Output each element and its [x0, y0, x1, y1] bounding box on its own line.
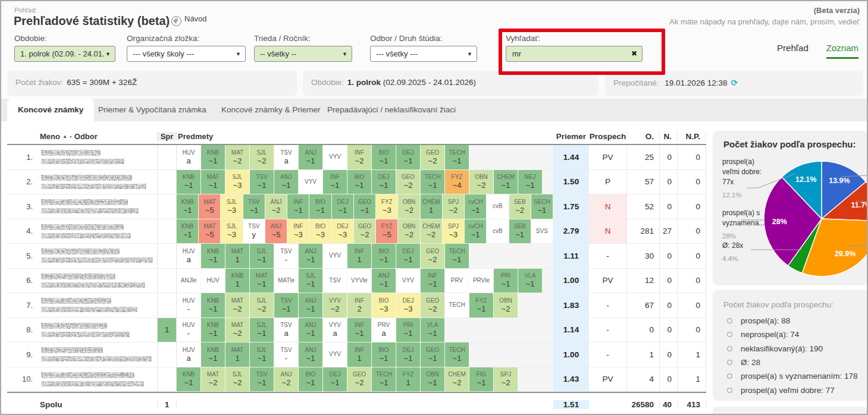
- tab-prepadavajuci[interactable]: Prepadávajúci / neklasifikovaní žiaci: [317, 99, 466, 121]
- subject-grade-pill: KNB~1: [177, 367, 200, 392]
- column-header-meno-odbor[interactable]: Meno▲· Odbor: [38, 132, 157, 141]
- subject-grade-pill: BIO~1: [347, 170, 371, 194]
- row-number: 5.: [7, 244, 38, 268]
- org-select[interactable]: --- všetky školy ---▼: [127, 46, 246, 62]
- subject-grade-pill: MAT~1: [201, 170, 225, 194]
- tab-koncove-priemer[interactable]: Koncové známky & Priemer: [211, 99, 331, 121]
- student-name-anonymized[interactable]: [38, 367, 157, 392]
- row-number: 7.: [7, 293, 38, 317]
- tab-koncove-znamky[interactable]: Koncové známky: [7, 99, 94, 121]
- filter-label-trieda: Trieda / Ročník:: [254, 34, 311, 43]
- feedback-note: Ak máte nápady na prehľady, dajte nám, p…: [669, 17, 860, 26]
- table-row: 5. HUVaKNB~1MAT1SJL~1TSV-ANJ~1VYVINF1BIO…: [7, 244, 706, 269]
- student-name-anonymized[interactable]: [38, 194, 157, 219]
- subject-grade-pill: BIO~3: [372, 293, 396, 317]
- n-cell: 0: [660, 367, 678, 392]
- subject-grade-pill: PRI~1: [396, 318, 420, 342]
- view-prehlad-link[interactable]: Prehľad: [777, 43, 809, 53]
- subject-grade-pill: TSVy: [243, 219, 265, 244]
- column-header-o[interactable]: O.: [627, 132, 660, 141]
- student-name-anonymized[interactable]: [38, 219, 157, 244]
- footer-n: 40: [660, 400, 678, 409]
- refresh-icon[interactable]: ⟳: [731, 78, 738, 87]
- subjects-cell: HUVaKNB~1MAT~2SJL~2TSVaANJ~1VYVINF~2BIO~…: [177, 145, 553, 169]
- grade-table: Meno▲· Odbor Spr Predmety Priemer Prospe…: [7, 128, 706, 415]
- n-cell: 0: [660, 342, 678, 367]
- np-cell: 0: [678, 145, 706, 169]
- student-name-anonymized[interactable]: [38, 145, 157, 169]
- np-cell: 0: [678, 293, 706, 317]
- subject-grade-pill: OBN~2: [398, 194, 419, 219]
- search-input[interactable]: [506, 46, 629, 61]
- subject-grade-pill: DEJ~1: [372, 170, 396, 194]
- subject-grade-pill: GEO~2: [421, 293, 444, 317]
- subject-grade-pill: ANJ~1: [299, 342, 322, 367]
- column-header-prospech[interactable]: Prospech: [589, 132, 627, 141]
- table-row: 6. ANJleHUVKNB1MAT~1MATleSJL~1TSVVYVleAN…: [7, 269, 706, 294]
- summary-list: prospel(a): 88neprospel(a): 74neklasifik…: [723, 314, 863, 397]
- odbor-select[interactable]: --- všetky ---▼: [370, 46, 477, 62]
- priemer-cell: 1.43: [553, 367, 589, 392]
- pie-external-label: Ø: 28x4.4%: [722, 241, 743, 264]
- subject-grade-pill: TSV~1: [274, 293, 298, 317]
- subject-grade-pill: VYV: [323, 145, 347, 169]
- column-header-priemer[interactable]: Priemer: [553, 132, 589, 141]
- column-header-np[interactable]: N.P.: [678, 132, 706, 141]
- row-number: 2.: [7, 170, 38, 194]
- subject-grade-pill: HUV-: [177, 293, 200, 317]
- subject-grade-pill: VYV: [299, 170, 322, 194]
- subject-grade-pill: OBN~1: [421, 367, 444, 392]
- subject-grade-pill: TSV-: [274, 244, 298, 268]
- select-arrow-icon: ▼: [467, 46, 472, 62]
- view-switch: PrehľadZoznam: [777, 43, 858, 59]
- bullet-icon: [727, 388, 732, 393]
- obdobie-select[interactable]: 1. polrok (02.09. - 24.01.▼: [14, 46, 115, 62]
- subject-grade-pill: ANJ~2: [274, 367, 298, 392]
- student-name-anonymized[interactable]: [38, 342, 157, 367]
- np-cell: 1: [678, 367, 706, 392]
- student-name-anonymized[interactable]: [38, 318, 157, 342]
- subject-grade-pill: BIO~1: [372, 244, 396, 268]
- subject-grade-pill: KNB1: [225, 269, 249, 293]
- summary-list-card: Počet žiakov podľa prospechu: prospel(a)…: [713, 290, 868, 401]
- row-number: 3.: [7, 194, 38, 219]
- o-cell: 281: [627, 219, 660, 244]
- subject-grade-pill: ANJle: [177, 269, 200, 293]
- subject-grade-pill: MAT~2: [225, 293, 249, 317]
- prospech-cell: P: [589, 170, 627, 194]
- subject-grade-pill: HUVa: [177, 342, 200, 367]
- view-zoznam-link-active[interactable]: Zoznam: [826, 43, 858, 59]
- o-cell: 4: [627, 367, 660, 392]
- filter-label-obdobie: Obdobie:: [14, 34, 47, 43]
- spr-cell: [157, 367, 177, 392]
- student-name-anonymized[interactable]: [38, 293, 157, 317]
- subject-grade-pill: GEO~2: [347, 367, 371, 392]
- subject-grade-pill: SECH~1: [531, 194, 553, 219]
- trieda-select[interactable]: -- všetky --▼: [254, 46, 352, 62]
- subject-grade-pill: SEB~2: [509, 194, 531, 219]
- filter-label-org: Organizačná zložka:: [127, 34, 199, 43]
- priemer-cell: 1.00: [553, 342, 589, 367]
- subject-grade-pill: SJL~3: [221, 194, 242, 219]
- subject-grade-pill: MAT1: [225, 342, 249, 367]
- np-cell: 0: [678, 269, 706, 293]
- student-name-anonymized[interactable]: [38, 170, 157, 194]
- page-title-dropdown[interactable]: Prehľadové štatistiky (beta)▾: [14, 14, 177, 28]
- clear-search-icon[interactable]: ✖: [631, 49, 637, 58]
- np-cell: 0: [678, 219, 706, 244]
- subject-grade-pill: FYZ~3: [376, 194, 397, 219]
- row-number: 6.: [7, 269, 38, 293]
- student-name-anonymized[interactable]: [38, 269, 157, 293]
- subject-grade-pill: SJL~1: [250, 342, 274, 367]
- subject-grade-pill: BIO~1: [309, 194, 331, 219]
- pie-slice-percent-label: 29.9%: [835, 250, 856, 258]
- column-header-n[interactable]: N.: [660, 132, 678, 141]
- subject-grade-pill: OBN~2: [469, 170, 493, 194]
- help-link[interactable]: ?Návod: [171, 14, 207, 26]
- select-arrow-icon: ▼: [105, 46, 111, 62]
- subject-grade-pill: SJL~3: [221, 219, 242, 244]
- column-header-spr[interactable]: Spr: [157, 132, 177, 141]
- tab-priemer-vypocitana[interactable]: Priemer & Vypočítaná známka: [87, 99, 217, 121]
- student-name-anonymized[interactable]: [38, 244, 157, 268]
- o-cell: 67: [627, 293, 660, 317]
